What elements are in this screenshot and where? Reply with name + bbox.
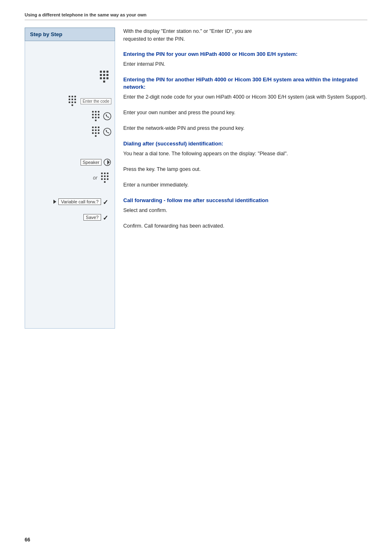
svg-rect-34 [92,129,94,131]
instr6-text: Press the key. The lamp goes out. [123,166,367,173]
instr5-row: You hear a dial tone. The following appe… [123,150,367,161]
section1-heading: Entering the PIN for your own HiPath 400… [123,51,367,58]
svg-rect-9 [103,81,105,83]
instr3-text: Enter your own number and press the poun… [123,109,367,117]
svg-point-30 [104,113,111,120]
svg-rect-32 [95,127,97,128]
instr8-row: Select and confirm. [123,207,367,218]
svg-rect-25 [98,114,99,115]
svg-rect-52 [107,178,108,180]
speaker-key-icon [103,158,111,166]
svg-rect-24 [95,114,97,115]
phone-icon-2 [103,128,111,136]
instr7-text: Enter a number immediately. [123,181,367,189]
svg-rect-28 [98,117,99,118]
left-save-row: Save? ✓ [34,211,111,223]
svg-rect-6 [100,77,102,79]
speaker-label: Speaker [81,159,101,166]
svg-rect-27 [95,117,97,118]
left-variable-call-row: Variable call forw.? ✓ [28,196,111,208]
left-content: Enter the code [25,41,115,329]
left-keypad-phone-row-1 [28,110,111,122]
svg-rect-22 [98,111,99,113]
instr3-row: Enter your own number and press the poun… [123,109,367,120]
svg-rect-48 [104,175,106,177]
step-by-step-box: Step by Step [25,28,115,41]
svg-rect-46 [107,173,108,174]
svg-rect-50 [101,178,103,180]
instr8-text: Select and confirm. [123,207,367,214]
instr9-text: Confirm. Call forwarding has been activa… [123,222,367,230]
instr4-text: Enter the network-wide PIN and press the… [123,124,367,132]
left-keypad-row-1 [28,70,111,83]
svg-rect-23 [92,114,94,115]
svg-rect-13 [69,99,70,100]
svg-rect-51 [104,178,106,180]
keypad-icon-1 [99,70,111,83]
section2-heading-text: Entering the PIN for another HiPath 4000… [123,76,358,90]
intro-line1: With the display "Enter station no." or … [123,28,252,34]
enter-code-label: Enter the code [81,98,111,104]
svg-rect-14 [71,99,73,100]
or-label-1: or [93,175,97,181]
main-layout: Step by Step [25,28,367,329]
left-column: Step by Step [25,28,115,329]
svg-rect-16 [69,101,70,103]
svg-rect-45 [104,173,106,174]
section4-heading: Call forwarding - follow me after succes… [123,197,367,204]
svg-rect-15 [74,99,76,100]
page-number: 66 [25,537,30,543]
instr9-row: Confirm. Call forwarding has been activa… [123,222,367,234]
instr4-row: Enter the network-wide PIN and press the… [123,124,367,136]
instr2-row: Enter the 2-digit node code for your own… [123,93,367,105]
svg-rect-20 [92,111,94,113]
save-menu-item: Save? [83,214,101,221]
svg-rect-33 [98,127,99,128]
header-text: Using a different telephone in the same … [25,12,146,17]
phone-icon-1 [103,112,111,120]
keypad-icon-4 [92,126,102,138]
svg-rect-53 [104,181,106,183]
svg-rect-4 [103,74,105,76]
svg-rect-18 [74,101,76,103]
checkmark-icon-1: ✓ [103,198,108,206]
right-column: With the display "Enter station no." or … [123,28,367,329]
triangle-icon-1 [53,200,56,204]
variable-call-menu-item: Variable call forw.? [58,198,101,205]
instr6-row: Press the key. The lamp goes out. [123,166,367,177]
svg-rect-2 [106,71,108,73]
svg-rect-36 [98,129,99,131]
page-header: Using a different telephone in the same … [25,12,367,20]
svg-rect-47 [101,175,103,177]
svg-point-41 [104,128,111,136]
page: Using a different telephone in the same … [0,0,392,555]
checkmark-icon-2: ✓ [103,214,108,222]
svg-rect-10 [69,96,70,97]
instr2-text: Enter the 2-digit node code for your own… [123,93,367,101]
left-keypad-phone-row-2 [28,126,111,138]
svg-rect-1 [103,71,105,73]
svg-rect-21 [95,111,97,113]
instr5-text: You hear a dial tone. The following appe… [123,150,367,158]
svg-rect-11 [71,96,73,97]
step-by-step-title: Step by Step [30,31,62,37]
svg-rect-29 [95,120,97,121]
intro-text: With the display "Enter station no." or … [123,28,367,43]
svg-rect-12 [74,96,76,97]
svg-rect-19 [71,104,73,106]
left-or-keypad-row: or [28,172,111,184]
svg-rect-26 [92,117,94,118]
section2-heading: Entering the PIN for another HiPath 4000… [123,76,367,91]
left-enter-code-row: Enter the code [28,94,111,107]
svg-rect-7 [103,77,105,79]
svg-marker-43 [107,160,110,165]
svg-rect-5 [106,74,108,76]
svg-rect-49 [107,175,108,177]
svg-rect-40 [95,135,97,137]
svg-rect-8 [106,77,108,79]
left-speaker-row: Speaker [28,156,111,168]
instr1-row: Enter internal PIN. [123,60,367,72]
svg-rect-44 [101,173,103,174]
svg-rect-0 [100,71,102,73]
keypad-icon-3 [92,111,102,122]
